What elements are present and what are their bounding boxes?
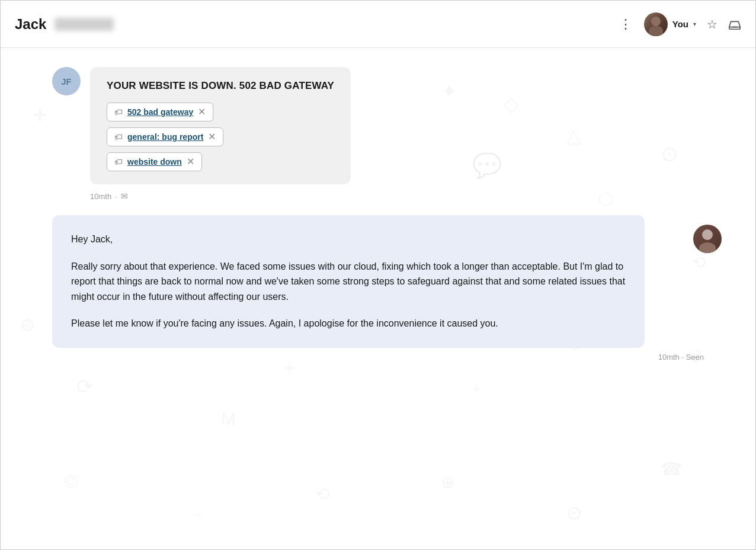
avatar xyxy=(644,12,668,36)
tag-icon-1: 🏷 xyxy=(114,107,123,117)
svg-text:+: + xyxy=(472,380,481,396)
sender-initials: JF xyxy=(61,76,72,87)
dot-separator: · xyxy=(115,192,117,201)
incoming-message: JF YOUR WEBSITE IS DOWN. 502 BAD GATEWAY… xyxy=(52,67,704,184)
svg-text:+: + xyxy=(33,101,47,129)
incoming-timestamp: 10mth xyxy=(90,192,111,201)
incoming-message-meta: 10mth · ✉ xyxy=(90,191,704,201)
svg-text:⟳: ⟳ xyxy=(76,375,93,398)
agent-avatar xyxy=(693,225,722,253)
incoming-bubble: YOUR WEBSITE IS DOWN. 502 BAD GATEWAY 🏷 … xyxy=(90,67,351,184)
outgoing-body-2: Please let me know if you're facing any … xyxy=(71,316,626,331)
svg-text:☎: ☎ xyxy=(661,459,683,479)
tag-label-2[interactable]: general: bug report xyxy=(127,132,203,142)
tag-icon-2: 🏷 xyxy=(114,132,123,142)
svg-text:⊚: ⊚ xyxy=(20,315,35,334)
user-menu-button[interactable]: You ▾ xyxy=(644,12,696,36)
tag-item-2[interactable]: 🏷 general: bug report ✕ xyxy=(107,127,223,146)
outgoing-body-1: Really sorry about that experience. We f… xyxy=(71,259,626,305)
header-subtitle-blurred xyxy=(55,18,114,31)
tag-remove-1[interactable]: ✕ xyxy=(198,107,206,117)
more-options-button[interactable]: ⋮ xyxy=(619,17,633,32)
avatar-head xyxy=(651,17,661,26)
tag-item-3[interactable]: 🏷 website down ✕ xyxy=(107,152,202,171)
outgoing-message-wrapper: Hey Jack, Really sorry about that experi… xyxy=(52,215,704,348)
outgoing-greeting: Hey Jack, xyxy=(71,232,626,247)
user-name-label: You xyxy=(672,19,688,29)
outgoing-timestamp-seen: 10mth · Seen xyxy=(658,353,704,362)
header-right: ⋮ You ▾ ☆ xyxy=(619,12,741,36)
tag-icon-3: 🏷 xyxy=(114,157,123,167)
tag-remove-2[interactable]: ✕ xyxy=(208,132,216,142)
tag-label-3[interactable]: website down xyxy=(127,157,182,167)
svg-text:⟲: ⟲ xyxy=(315,484,330,504)
email-icon: ✉ xyxy=(121,191,128,201)
chevron-down-icon: ▾ xyxy=(693,21,696,27)
svg-text:©: © xyxy=(64,471,78,492)
conversation-thread: JF YOUR WEBSITE IS DOWN. 502 BAD GATEWAY… xyxy=(52,67,704,362)
tag-label-1[interactable]: 502 bad gateway xyxy=(127,107,193,117)
agent-avatar-body xyxy=(699,242,716,253)
outgoing-message-meta: 10mth · Seen xyxy=(52,353,704,362)
svg-text:M: M xyxy=(221,409,236,429)
page-title: Jack xyxy=(15,16,46,33)
agent-avatar-inner xyxy=(693,225,722,253)
svg-text:→: → xyxy=(190,506,204,522)
app-header: Jack ⋮ You ▾ ☆ xyxy=(1,1,755,48)
agent-avatar-head xyxy=(702,229,713,240)
outgoing-bubble: Hey Jack, Really sorry about that experi… xyxy=(52,215,645,348)
tag-list: 🏷 502 bad gateway ✕ 🏷 general: bug repor… xyxy=(107,103,334,171)
tag-item-1[interactable]: 🏷 502 bad gateway ✕ xyxy=(107,103,213,121)
main-content: + ↑ ⊕ ⟳ + ✦ 💬 △ ◇ ⬡ ⊙ ⟲ ⊚ ⟳ + M + M + ⊙ … xyxy=(1,48,755,550)
inbox-button[interactable] xyxy=(728,18,741,31)
star-button[interactable]: ☆ xyxy=(707,17,717,31)
message-subject: YOUR WEBSITE IS DOWN. 502 BAD GATEWAY xyxy=(107,80,334,92)
svg-text:⊙: ⊙ xyxy=(566,502,582,523)
header-left: Jack xyxy=(15,16,114,33)
tag-remove-3[interactable]: ✕ xyxy=(187,157,194,167)
svg-text:⊕: ⊕ xyxy=(441,473,454,491)
sender-avatar: JF xyxy=(52,67,81,95)
